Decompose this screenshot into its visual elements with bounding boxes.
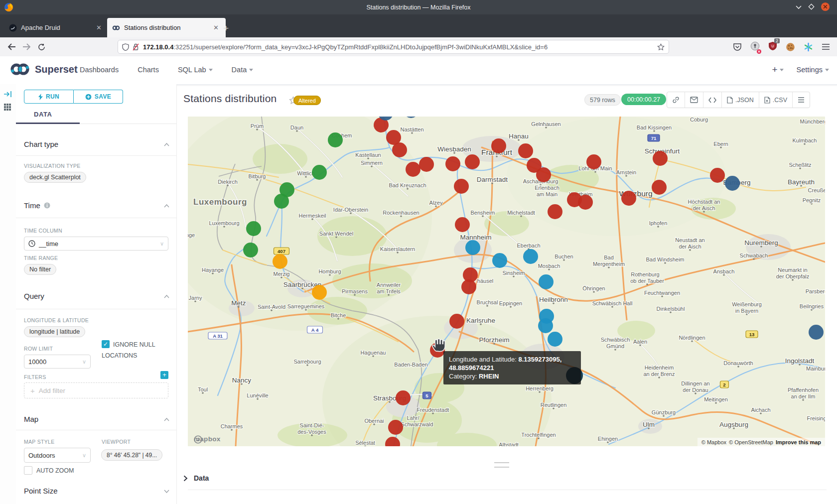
chevron-down-icon[interactable]	[164, 490, 169, 493]
copy-link-button[interactable]	[667, 92, 685, 108]
scatter-point[interactable]	[548, 332, 562, 347]
scatter-point[interactable]	[652, 180, 667, 195]
chevron-up-icon[interactable]	[164, 143, 169, 146]
chevron-up-icon[interactable]	[164, 295, 169, 298]
save-button[interactable]: SAVE	[74, 90, 123, 104]
insecure-lock-icon[interactable]	[133, 43, 139, 51]
scatter-point[interactable]	[388, 420, 403, 435]
ublock-shield-icon[interactable]: U 2	[768, 41, 777, 53]
scatter-point[interactable]	[465, 154, 480, 169]
chart-menu-button[interactable]	[793, 92, 810, 108]
scatter-point[interactable]	[491, 138, 506, 153]
settings-menu[interactable]: Settings	[797, 66, 829, 74]
nav-dashboards[interactable]: Dashboards	[80, 66, 119, 74]
email-button[interactable]	[685, 92, 703, 108]
tab-apache-druid[interactable]: Apache Druid ✕	[4, 18, 109, 37]
scatter-point[interactable]	[274, 194, 289, 209]
scatter-point[interactable]	[328, 132, 343, 147]
scatter-point[interactable]	[406, 162, 420, 177]
section-query[interactable]: Query	[24, 292, 44, 300]
bookmark-star-icon[interactable]	[657, 43, 665, 51]
attrib-osm[interactable]: © OpenStreetMap	[729, 439, 773, 445]
deckgl-map[interactable]: 407A 4A 31571132 PrümDaunCochemKastellau…	[188, 117, 825, 446]
superset-logo[interactable]: Superset	[9, 62, 78, 76]
time-range-value[interactable]: No filter	[24, 264, 56, 275]
embed-code-button[interactable]	[703, 92, 722, 108]
minimize-icon[interactable]	[795, 3, 802, 10]
scatter-point[interactable]	[710, 168, 725, 183]
attrib-mapbox[interactable]: © Mapbox	[701, 439, 726, 445]
resize-drag-handle[interactable]	[494, 462, 509, 468]
forward-button[interactable]	[19, 40, 34, 54]
nav-data[interactable]: Data	[232, 66, 254, 74]
password-manager-icon[interactable]	[750, 41, 760, 53]
extension-asterisk-icon[interactable]	[804, 42, 813, 52]
section-map[interactable]: Map	[24, 415, 38, 423]
scatter-point[interactable]	[621, 191, 636, 206]
chevron-up-icon[interactable]	[164, 418, 169, 421]
new-tab-button[interactable]: +	[223, 23, 229, 34]
reload-button[interactable]	[34, 40, 49, 54]
scatter-point[interactable]	[725, 176, 740, 191]
tab-close-icon[interactable]: ✕	[211, 24, 221, 31]
scatter-point[interactable]	[809, 325, 824, 340]
viz-type-value[interactable]: deck.gl Scatterplot	[24, 172, 86, 183]
url-text[interactable]: 172.18.0.4:32251/superset/explore/?form_…	[143, 43, 657, 51]
close-window-icon[interactable]	[821, 2, 830, 11]
menu-hamburger-icon[interactable]	[822, 43, 830, 50]
attrib-improve-link[interactable]: Improve this map	[776, 439, 821, 445]
add-filter-box[interactable]: +Add filter	[24, 382, 168, 398]
scatter-point[interactable]	[449, 314, 464, 329]
cookie-icon[interactable]	[786, 42, 795, 52]
tab-data[interactable]: DATA	[34, 111, 52, 118]
viewport-value[interactable]: 8° 46' 45.28" | 49...	[101, 449, 162, 461]
run-button[interactable]: RUN	[24, 90, 74, 104]
time-column-select[interactable]: __time∨	[24, 237, 168, 251]
scatter-point[interactable]	[312, 165, 327, 180]
scatter-point[interactable]	[653, 151, 668, 166]
dataset-grid-icon[interactable]	[3, 103, 11, 111]
scatter-point[interactable]	[445, 156, 460, 171]
section-chart-type[interactable]: Chart type	[24, 140, 58, 148]
scatter-point[interactable]	[246, 221, 261, 236]
section-time[interactable]: Time	[24, 201, 50, 210]
add-filter-plus-button[interactable]: +	[160, 371, 168, 379]
tab-stations-distribution[interactable]: Stations distribution ✕	[107, 18, 226, 37]
data-panel-toggle[interactable]: Data	[183, 474, 209, 482]
nav-charts[interactable]: Charts	[138, 66, 159, 74]
section-point-size[interactable]: Point Size	[24, 487, 58, 495]
scatter-point[interactable]	[586, 154, 601, 169]
scatter-point[interactable]	[538, 318, 553, 333]
mapbox-logo[interactable]: mapbox	[194, 435, 221, 443]
tracking-shield-icon[interactable]	[122, 43, 129, 51]
collapse-panel-icon[interactable]	[3, 90, 12, 98]
scatter-point[interactable]	[243, 243, 258, 257]
altered-badge[interactable]: Altered	[293, 96, 321, 105]
export-json-button[interactable]: .JSON	[722, 92, 759, 108]
scatter-point[interactable]	[536, 167, 551, 182]
auto-zoom-checkbox[interactable]	[24, 466, 32, 475]
lonlat-value[interactable]: longitude | latitude	[24, 326, 85, 337]
ignore-null-checkbox[interactable]: ✓	[102, 340, 110, 348]
scatter-point[interactable]	[539, 274, 554, 289]
scatter-point[interactable]	[518, 143, 533, 158]
scatter-point[interactable]	[273, 254, 287, 269]
scatter-point[interactable]	[454, 179, 469, 194]
scatter-point[interactable]	[492, 253, 507, 268]
scatter-point[interactable]	[419, 157, 434, 172]
scatter-point[interactable]	[312, 285, 327, 300]
scatter-point[interactable]	[465, 240, 480, 255]
nav-sql-lab[interactable]: SQL Lab	[178, 66, 213, 74]
scatter-point[interactable]	[392, 142, 407, 157]
map-style-select[interactable]: Outdoors∨	[24, 448, 91, 463]
export-csv-button[interactable]: .CSV	[759, 92, 793, 108]
scatter-point[interactable]	[404, 117, 418, 118]
scatter-point[interactable]	[523, 249, 538, 264]
row-limit-select[interactable]: 10000∨	[24, 355, 91, 369]
chevron-up-icon[interactable]	[164, 204, 169, 208]
scatter-point[interactable]	[548, 204, 562, 219]
back-button[interactable]	[4, 40, 19, 54]
new-item-button[interactable]: +	[772, 64, 783, 75]
scatter-point[interactable]	[578, 195, 593, 210]
scatter-point[interactable]	[461, 279, 476, 294]
